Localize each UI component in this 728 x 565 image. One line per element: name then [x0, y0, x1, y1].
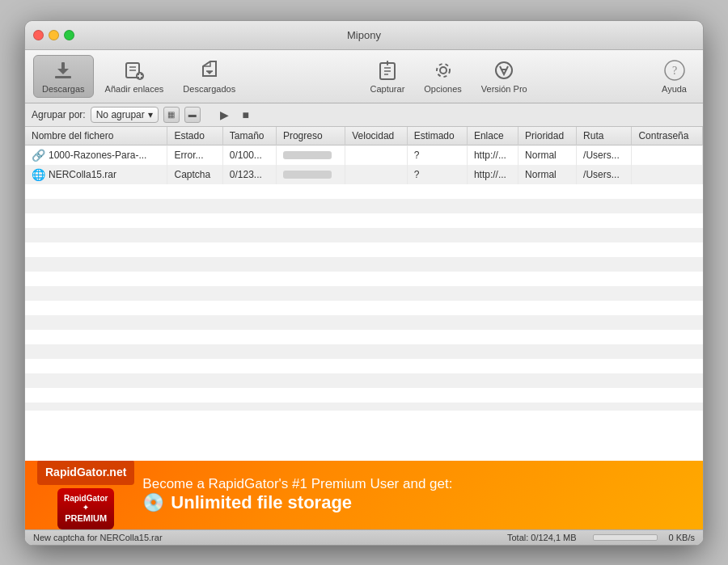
play-icon: ▶ [220, 108, 229, 121]
progress-bar [283, 151, 332, 159]
rapidgator-logo: RapidGator.net [37, 461, 134, 485]
statusbar-speed: 0 KB/s [669, 533, 695, 542]
col-enlace: Enlace [467, 127, 518, 145]
stop-icon: ■ [243, 108, 249, 121]
toolbar-capturar[interactable]: Capturar [362, 56, 413, 97]
col-estado: Estado [167, 127, 222, 145]
table-row[interactable]: 🌐 NERColla15.rar Captcha 0/123... ? http… [25, 165, 703, 184]
table-row[interactable]: 🔗 1000-Razones-Para-... Error... 0/100..… [25, 145, 703, 165]
cell-ruta: /Users... [577, 165, 632, 184]
cell-nombre: 🌐 NERColla15.rar [25, 165, 167, 184]
col-prioridad: Prioridad [518, 127, 577, 145]
svg-rect-0 [55, 76, 71, 78]
toolbar-versionpro-label: Versión Pro [481, 84, 527, 94]
toolbar-anadir[interactable]: Añadir enlaces [97, 56, 172, 97]
close-button[interactable] [33, 30, 44, 40]
file-type-icon: 🔗 [32, 149, 45, 162]
group-select-value: No agrupar [96, 109, 145, 120]
download-icon [52, 59, 74, 82]
add-link-icon [123, 59, 146, 82]
toolbar-ayuda[interactable]: ? Ayuda [654, 56, 695, 97]
list-icon: ▬ [188, 110, 197, 119]
toolbar-anadir-label: Añadir enlaces [105, 84, 164, 94]
statusbar-message: New captcha for NERColla15.rar [33, 533, 499, 542]
window-title: Mipony [347, 29, 381, 41]
filterbar: Agrupar por: No agrupar ▾ ▦ ▬ ▶ ■ [25, 103, 703, 127]
banner-subline: Unlimited file storage [171, 492, 352, 513]
toolbar: Descargas Añadir enlaces [25, 50, 703, 103]
cell-estimado: ? [407, 145, 467, 165]
svg-marker-2 [57, 69, 69, 74]
cell-contrasena [632, 165, 703, 184]
toolbar-ayuda-label: Ayuda [662, 84, 687, 94]
toolbar-descargas[interactable]: Descargas [33, 55, 94, 98]
capture-icon [376, 59, 399, 82]
group-select[interactable]: No agrupar ▾ [91, 107, 159, 123]
premium-badge: RapidGator ✦ PREMIUM [57, 488, 114, 529]
col-estimado: Estimado [407, 127, 467, 145]
statusbar: New captcha for NERColla15.rar Total: 0/… [25, 529, 703, 545]
svg-marker-10 [206, 71, 213, 74]
stop-button[interactable]: ■ [238, 107, 254, 123]
titlebar: Mipony [25, 21, 703, 50]
col-progreso: Progreso [276, 127, 345, 145]
toolbar-opciones-label: Opciones [424, 84, 461, 94]
svg-text:?: ? [671, 65, 676, 77]
downloaded-icon [198, 59, 221, 82]
chevron-down-icon: ▾ [148, 109, 153, 120]
grid-view-button[interactable]: ▦ [163, 107, 180, 123]
speed-bar [593, 534, 658, 541]
toolbar-opciones[interactable]: Opciones [416, 56, 469, 97]
cell-prioridad: Normal [518, 165, 577, 184]
col-velocidad: Velocidad [345, 127, 407, 145]
file-name: NERColla15.rar [49, 169, 116, 180]
cell-estado: Error... [167, 145, 222, 165]
cell-estimado: ? [407, 165, 467, 184]
svg-point-16 [440, 67, 447, 74]
minimize-button[interactable] [49, 30, 59, 40]
progress-bar [283, 171, 332, 179]
main-window: Mipony Descargas [24, 20, 704, 546]
cell-enlace: http://... [467, 145, 518, 165]
list-view-button[interactable]: ▬ [184, 107, 201, 123]
toolbar-descargas-label: Descargas [42, 84, 85, 94]
table-header: Nombre del fichero Estado Tamaño Progres… [25, 127, 703, 145]
banner-headline: Become a RapidGator's #1 Premium User an… [142, 476, 452, 492]
col-contrasena: Contraseña [632, 127, 703, 145]
file-name: 1000-Razones-Para-... [49, 150, 146, 161]
toolbar-versionpro[interactable]: Versión Pro [473, 56, 535, 97]
premium-badge-line1: RapidGator [64, 493, 108, 504]
cell-prioridad: Normal [518, 145, 577, 165]
traffic-lights [33, 30, 74, 40]
cell-tamano: 0/100... [222, 145, 276, 165]
cell-ruta: /Users... [577, 145, 632, 165]
empty-table-rows [25, 184, 703, 411]
cell-enlace: http://... [467, 165, 518, 184]
promotional-banner[interactable]: RapidGator.net RapidGator ✦ PREMIUM Beco… [25, 461, 703, 529]
cell-tamano: 0/123... [222, 165, 276, 184]
maximize-button[interactable] [64, 30, 74, 40]
toolbar-descargados[interactable]: Descargados [175, 56, 243, 97]
grid-icon: ▦ [167, 110, 175, 119]
cell-progreso [276, 165, 345, 184]
col-tamano: Tamaño [222, 127, 276, 145]
cell-nombre: 🔗 1000-Razones-Para-... [25, 145, 167, 165]
statusbar-total: Total: 0/124,1 MB [507, 533, 577, 542]
col-ruta: Ruta [577, 127, 632, 145]
banner-text-content: Become a RapidGator's #1 Premium User an… [142, 476, 452, 513]
file-type-icon: 🌐 [32, 168, 45, 181]
options-icon [432, 59, 455, 82]
toolbar-capturar-label: Capturar [370, 84, 405, 94]
cell-progreso [276, 145, 345, 165]
svg-point-17 [437, 64, 450, 77]
play-button[interactable]: ▶ [217, 107, 233, 123]
hdd-icon: 💿 [142, 492, 164, 513]
cell-contrasena [632, 145, 703, 165]
premium-badge-line2: PREMIUM [64, 512, 108, 524]
banner-logos: RapidGator.net RapidGator ✦ PREMIUM [37, 461, 134, 529]
toolbar-descargados-label: Descargados [183, 84, 235, 94]
banner-subtext: 💿 Unlimited file storage [142, 492, 452, 513]
help-icon: ? [663, 59, 686, 82]
cell-velocidad [345, 145, 407, 165]
svg-rect-15 [387, 61, 388, 65]
